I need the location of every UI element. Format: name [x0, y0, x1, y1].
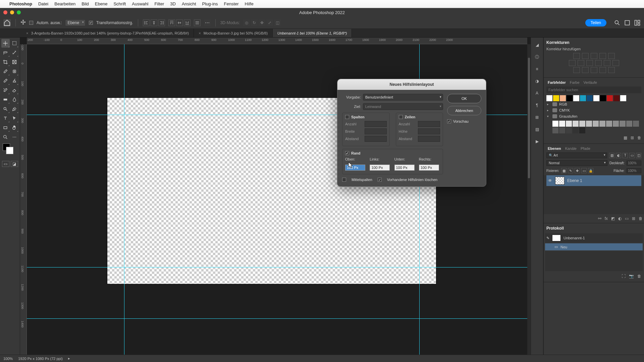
- more-align-icon[interactable]: ⋯: [204, 19, 211, 26]
- workspace-switcher-icon[interactable]: [634, 19, 641, 26]
- close-tab-icon[interactable]: ×: [26, 31, 28, 35]
- eraser-tool[interactable]: [10, 86, 19, 95]
- layer-name[interactable]: Ebene 1: [567, 178, 582, 183]
- swatch[interactable]: [580, 95, 586, 101]
- magic-wand-tool[interactable]: [10, 48, 19, 57]
- align-left-icon[interactable]: [143, 19, 150, 26]
- swatch-search-input[interactable]: [546, 86, 641, 93]
- levels-icon[interactable]: [582, 53, 589, 59]
- delete-swatch-icon[interactable]: 🗑: [637, 135, 641, 140]
- swatch[interactable]: [560, 95, 566, 101]
- menu-filter[interactable]: Filter: [154, 1, 164, 6]
- channelmixer-icon[interactable]: [604, 60, 610, 66]
- bw-icon[interactable]: [586, 60, 593, 66]
- menu-ebene[interactable]: Ebene: [95, 1, 108, 6]
- invert-icon[interactable]: [573, 67, 580, 73]
- tab-color[interactable]: Farbe: [570, 80, 580, 84]
- history-step[interactable]: ▭ Neu: [545, 243, 643, 250]
- properties-icon[interactable]: ≡: [533, 65, 541, 73]
- swatch[interactable]: [552, 127, 558, 133]
- posterize-icon[interactable]: [582, 67, 589, 73]
- preset-dropdown[interactable]: Benutzerdefiniert: [363, 94, 443, 101]
- ruler-horizontal[interactable]: -200-10001002003004005006007008009001000…: [27, 38, 527, 44]
- menu-fenster[interactable]: Fenster: [224, 1, 239, 6]
- search-icon[interactable]: [614, 19, 621, 26]
- libraries-icon[interactable]: ▶: [533, 137, 541, 145]
- doc-info-flyout-icon[interactable]: ▸: [68, 356, 70, 361]
- swatch[interactable]: [546, 95, 552, 101]
- layer-filter-dropdown[interactable]: 🔍 Art: [546, 153, 607, 158]
- menu-datei[interactable]: Datei: [38, 1, 48, 6]
- margin-right-input[interactable]: [419, 165, 439, 171]
- columns-gutter-input[interactable]: [365, 136, 387, 142]
- home-icon[interactable]: [3, 19, 11, 26]
- filter-adjust-icon[interactable]: ◐: [616, 153, 621, 158]
- fill-input[interactable]: [627, 168, 641, 173]
- menu-bild[interactable]: Bild: [82, 1, 89, 6]
- threshold-icon[interactable]: [591, 67, 597, 73]
- lock-all-icon[interactable]: 🔒: [588, 168, 593, 173]
- swatch[interactable]: [600, 95, 606, 101]
- menu-3d[interactable]: 3D: [170, 1, 176, 6]
- rows-height-input[interactable]: [418, 128, 440, 134]
- swatch[interactable]: [607, 95, 613, 101]
- history-snapshot[interactable]: ✎ Unbenannt-1: [545, 233, 643, 243]
- align-top-icon[interactable]: [168, 19, 175, 26]
- doc-tab-3[interactable]: Unbenannt-1 bei 100% (Ebene 1, RGB/8*): [273, 29, 352, 37]
- edit-toolbar-icon[interactable]: ⋯: [10, 133, 19, 141]
- zoom-window-icon[interactable]: [17, 10, 21, 14]
- layercomps-icon[interactable]: ▤: [533, 125, 541, 133]
- standard-mode-icon[interactable]: ▭: [2, 161, 9, 167]
- filter-pixel-icon[interactable]: ▧: [609, 153, 614, 158]
- cancel-button[interactable]: Abbrechen: [447, 106, 481, 115]
- opacity-input[interactable]: [627, 161, 641, 166]
- margin-left-input[interactable]: [370, 165, 390, 171]
- swatch[interactable]: [566, 121, 572, 127]
- close-window-icon[interactable]: [3, 10, 7, 14]
- doc-info[interactable]: 1920 Px x 1080 Px (72 ppi): [18, 357, 63, 361]
- columns-checkbox[interactable]: [345, 115, 349, 119]
- swatch[interactable]: [579, 127, 585, 133]
- frame-tool[interactable]: [10, 58, 19, 66]
- link-layers-icon[interactable]: ⚯: [598, 216, 601, 221]
- swatch-folder-cmyk[interactable]: ▸CMYK: [546, 107, 641, 113]
- rows-count-input[interactable]: [418, 121, 440, 127]
- menu-auswahl[interactable]: Auswahl: [132, 1, 148, 6]
- brightness-icon[interactable]: [573, 53, 580, 59]
- rectangle-tool[interactable]: [1, 123, 10, 132]
- swatch[interactable]: [587, 95, 593, 101]
- menu-hilfe[interactable]: Hilfe: [245, 1, 254, 6]
- align-right-icon[interactable]: [158, 19, 165, 26]
- swatch[interactable]: [566, 127, 572, 133]
- cloud-doc-icon[interactable]: [624, 19, 631, 26]
- swatch-folder-gray[interactable]: ▾Graustufen: [546, 113, 641, 119]
- eyedropper-tool[interactable]: [1, 67, 10, 76]
- layers-list[interactable]: 👁 Ebene 1: [544, 175, 644, 216]
- blend-mode-dropdown[interactable]: Normal: [546, 160, 607, 166]
- swatch[interactable]: [620, 121, 626, 127]
- photofilter-icon[interactable]: [595, 60, 602, 66]
- new-snapshot-icon[interactable]: ⛶: [622, 274, 626, 279]
- quickmask-mode-icon[interactable]: ◪: [11, 161, 18, 167]
- swatch[interactable]: [573, 127, 579, 133]
- swatch[interactable]: [613, 95, 620, 101]
- gradientmap-icon[interactable]: [599, 67, 606, 73]
- new-layer-icon[interactable]: ⊞: [632, 216, 635, 221]
- info-icon[interactable]: ⓘ: [533, 53, 541, 61]
- mask-icon[interactable]: ◩: [611, 216, 615, 221]
- swatch[interactable]: [606, 121, 612, 127]
- tab-layers[interactable]: Ebenen: [548, 146, 561, 150]
- pen-tool[interactable]: [10, 105, 19, 113]
- traffic-lights[interactable]: [0, 10, 21, 14]
- layer-row[interactable]: 👁 Ebene 1: [546, 175, 641, 186]
- type-tool[interactable]: [1, 114, 10, 123]
- brush-tool[interactable]: [1, 76, 10, 85]
- swatch[interactable]: [559, 127, 565, 133]
- doc-tab-2[interactable]: ×Mockup-Banner-3.jpg bei 50% (RGB/8): [194, 29, 273, 37]
- filter-shape-icon[interactable]: ▭: [629, 153, 635, 158]
- lock-artboard-icon[interactable]: ▭: [581, 168, 587, 173]
- new-swatch-icon[interactable]: ⊞: [631, 135, 634, 140]
- menu-bearbeiten[interactable]: Bearbeiten: [54, 1, 75, 6]
- tab-gradients[interactable]: Verläufe: [584, 80, 597, 84]
- close-tab-icon[interactable]: ×: [199, 31, 201, 35]
